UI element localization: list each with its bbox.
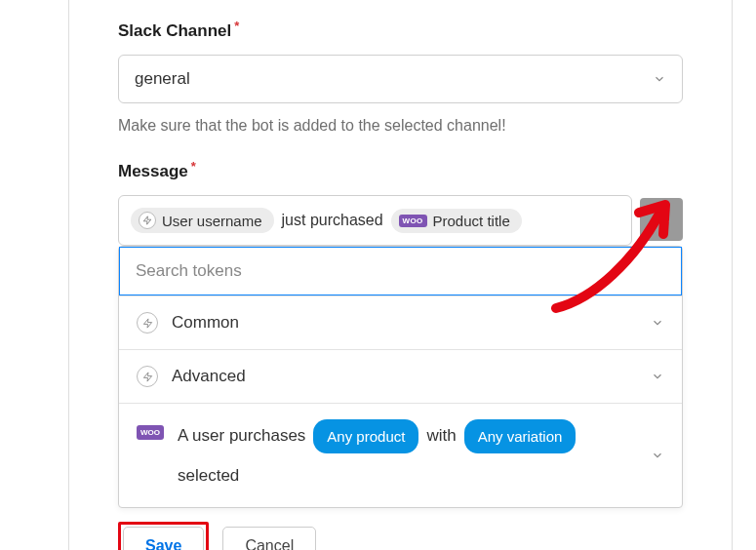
woo-icon: WOO <box>399 215 427 227</box>
svg-marker-0 <box>143 216 151 224</box>
chevron-down-icon <box>651 370 664 383</box>
token-dropdown: Common Advanced WOO A user purchases <box>118 246 683 508</box>
slack-channel-label: Slack Channel * <box>118 21 683 41</box>
slack-channel-helper: Make sure that the bot is added to the s… <box>118 117 683 135</box>
chevron-down-icon <box>653 72 666 86</box>
woo-icon: WOO <box>137 425 164 440</box>
save-highlight-annotation: Save <box>118 522 209 550</box>
save-button[interactable]: Save <box>123 527 204 550</box>
bolt-icon <box>137 366 158 387</box>
token-section-purchase[interactable]: WOO A user purchases Any product with An… <box>119 404 682 507</box>
pill-any-product[interactable]: Any product <box>313 419 418 453</box>
slack-channel-select[interactable]: general <box>118 55 683 103</box>
message-label: Message * <box>118 162 683 181</box>
svg-marker-1 <box>143 318 151 327</box>
insert-token-button[interactable]: ✱ <box>640 198 683 241</box>
slack-channel-value: general <box>135 69 190 89</box>
search-tokens-input[interactable] <box>119 247 682 295</box>
cancel-button[interactable]: Cancel <box>222 527 316 550</box>
asterisk-icon: ✱ <box>653 207 670 232</box>
message-text: just purchased <box>280 212 385 229</box>
required-asterisk-icon: * <box>234 19 239 33</box>
required-asterisk-icon: * <box>191 159 196 174</box>
pill-any-variation[interactable]: Any variation <box>464 419 577 453</box>
chevron-down-icon <box>651 316 664 330</box>
form-container: Slack Channel * general Make sure that t… <box>68 0 733 550</box>
bolt-icon <box>139 212 156 229</box>
bolt-icon <box>137 312 158 334</box>
token-section-advanced[interactable]: Advanced <box>119 350 682 404</box>
token-user-username[interactable]: User username <box>131 208 274 233</box>
message-input[interactable]: User username just purchased WOO Product… <box>118 195 632 246</box>
token-product-title[interactable]: WOO Product title <box>391 209 522 233</box>
chevron-down-icon <box>651 449 664 462</box>
svg-marker-2 <box>143 372 151 380</box>
token-section-common[interactable]: Common <box>119 296 682 350</box>
